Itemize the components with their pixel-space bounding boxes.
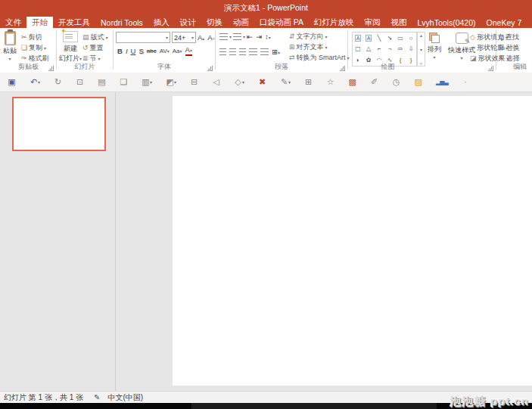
shape-gallery-cell[interactable]: ⇩ xyxy=(406,44,416,55)
strikethrough-button[interactable]: abc xyxy=(147,48,157,54)
toolbar-overflow-button[interactable]: · xyxy=(462,78,470,86)
tell-me-box[interactable]: 告诉我你想要做什么 xyxy=(527,17,532,28)
replace-button[interactable]: ab 替换 xyxy=(499,42,520,53)
pen-button[interactable]: ✎▾ xyxy=(280,78,291,86)
addin-button[interactable]: ▩ xyxy=(348,78,356,86)
bullets-icon[interactable] xyxy=(219,33,228,40)
text-shadow-button[interactable]: S xyxy=(138,47,143,55)
paste-special-button[interactable]: ▥▾ xyxy=(142,78,152,86)
proofing-icon[interactable]: ✎ xyxy=(94,393,100,401)
line-spacing-icon[interactable]: ↕▾ xyxy=(265,33,271,41)
delete-button[interactable]: ✖ xyxy=(258,78,266,86)
distribute-icon[interactable] xyxy=(260,48,269,55)
pen-icon: ✎ xyxy=(280,78,288,86)
save-button[interactable]: ▣ xyxy=(8,78,16,86)
tab-lvyhtools[interactable]: LvyhTools(0420) xyxy=(412,17,481,28)
scroll-up-icon[interactable]: ▴ xyxy=(420,33,422,38)
dialog-launcher-icon[interactable] xyxy=(207,66,213,71)
slide-thumbnail-panel[interactable]: 1 xyxy=(0,92,116,391)
cut-button[interactable]: ✂ 剪切 xyxy=(21,32,49,42)
audio-button[interactable]: ◁ xyxy=(212,78,220,86)
shape-gallery-cell[interactable]: △ xyxy=(363,44,374,55)
shape-gallery-cell[interactable]: ╲ xyxy=(374,33,384,44)
clipboard-group-label: 剪贴板 xyxy=(2,62,55,72)
shape-gallery-cell[interactable]: A xyxy=(363,33,374,44)
slide-canvas[interactable] xyxy=(173,96,532,386)
tab-nordri-tools[interactable]: Nordri Tools xyxy=(95,17,148,28)
slideshow-from-current-button[interactable]: ⊡ xyxy=(76,78,84,86)
print-button[interactable]: ⊟ xyxy=(190,78,198,86)
align-right-icon[interactable] xyxy=(239,48,246,55)
dialog-launcher-icon[interactable] xyxy=(340,66,345,71)
layout-button[interactable]: ▤ 版式 ▾ xyxy=(82,32,108,42)
font-color-button[interactable]: A▾ xyxy=(185,46,192,56)
tab-developer[interactable]: 开发工具 xyxy=(53,17,95,28)
folder-button[interactable]: ▨ xyxy=(414,78,422,86)
numbering-icon[interactable] xyxy=(233,33,241,40)
reset-button[interactable]: ↺ 重置 xyxy=(82,42,108,53)
redo-button[interactable]: ↻ xyxy=(54,78,62,86)
justify-icon[interactable] xyxy=(249,48,257,55)
bold-button[interactable]: B xyxy=(117,47,123,55)
tab-review[interactable]: 审阅 xyxy=(359,17,385,28)
tab-insert[interactable]: 插入 xyxy=(148,17,175,28)
dialog-launcher-icon[interactable] xyxy=(48,66,54,71)
shapes-button[interactable]: ◩▾ xyxy=(166,78,176,86)
underline-button[interactable]: U xyxy=(131,47,136,55)
shape-gallery-cell[interactable]: ➘ xyxy=(384,33,395,44)
tab-onekey[interactable]: OneKey 7 xyxy=(481,17,527,28)
format-painter-icon: ✑ xyxy=(21,54,27,62)
find-button[interactable]: Q 查找 xyxy=(499,32,520,42)
font-name-combobox[interactable]: ▾ xyxy=(116,32,170,43)
pencil-button[interactable]: ✐ xyxy=(370,78,378,86)
speaker-icon: ◁ xyxy=(212,78,220,86)
animation-preview-button[interactable]: ☆ xyxy=(326,78,334,86)
tab-slideshow[interactable]: 幻灯片放映 xyxy=(309,17,359,28)
tab-pocket-animation[interactable]: 口袋动画 PA xyxy=(254,17,309,28)
shape-gallery-cell[interactable]: ▭ xyxy=(395,33,406,44)
scroll-down-icon[interactable]: ▾ xyxy=(420,47,422,52)
new-slide-button[interactable]: ✦ 新建 幻灯片▾ xyxy=(59,31,82,64)
shape-gallery-cell[interactable]: ○ xyxy=(406,33,416,44)
tab-design[interactable]: 设计 xyxy=(175,17,201,28)
columns-icon[interactable]: ⊞▾ xyxy=(272,48,280,56)
grow-font-button[interactable]: A▴ xyxy=(198,33,204,42)
shape-gallery-cell[interactable]: ⌐ xyxy=(374,44,384,55)
copy-button[interactable]: ❏ 复制 ▾ xyxy=(21,42,49,53)
shape-gallery-cell[interactable]: A xyxy=(353,33,363,44)
increase-indent-icon[interactable]: ⇥ xyxy=(256,33,262,41)
shape-gallery-cell[interactable]: ⇨ xyxy=(395,44,406,55)
change-case-button[interactable]: Aa▾ xyxy=(173,48,182,54)
language-indicator[interactable]: 中文(中国) xyxy=(107,392,143,403)
presenter-view-button[interactable]: ▤ xyxy=(98,78,106,86)
chevron-down-icon: ▾ xyxy=(325,34,328,39)
align-center-icon[interactable] xyxy=(229,48,236,55)
character-spacing-button[interactable]: AV▾ xyxy=(160,48,170,54)
picture-button[interactable]: ⊞ xyxy=(304,78,313,86)
chart-button[interactable]: ▂▅▃ xyxy=(436,79,447,85)
arrange-button[interactable]: 排列 ▾ xyxy=(428,33,441,60)
tab-view[interactable]: 视图 xyxy=(385,17,412,28)
dialog-launcher-icon[interactable] xyxy=(488,66,493,71)
shrink-font-button[interactable]: A▿ xyxy=(207,33,214,42)
paste-button[interactable]: 粘贴 ▾ xyxy=(3,31,17,61)
shape-fill-icon: ◇ xyxy=(470,33,475,41)
italic-button[interactable]: I xyxy=(126,47,128,55)
shape-gallery-cell[interactable]: ▢ xyxy=(353,44,363,55)
tab-home[interactable]: 开始 xyxy=(26,17,53,28)
align-text-button[interactable]: ⊞ 对齐文本 ▾ xyxy=(289,42,350,52)
decrease-indent-icon[interactable]: ⇤ xyxy=(247,33,253,41)
text-direction-button[interactable]: ⇵ 文字方向 ▾ xyxy=(289,31,350,42)
duplicate-button[interactable]: ❏ xyxy=(120,78,128,86)
align-left-icon[interactable] xyxy=(219,48,226,55)
slide-1-thumbnail[interactable] xyxy=(12,97,106,151)
tab-transitions[interactable]: 切换 xyxy=(201,17,228,28)
tab-animations[interactable]: 动画 xyxy=(228,17,254,28)
shape-gallery-cell[interactable]: ¬ xyxy=(384,44,395,55)
tab-file[interactable]: 文件 xyxy=(0,17,26,28)
fill-color-button[interactable]: ◇▾ xyxy=(234,78,244,86)
undo-button[interactable]: ↶▾ xyxy=(30,78,40,86)
timer-button[interactable]: ◷ xyxy=(392,78,400,86)
font-size-combobox[interactable]: 24+ ▾ xyxy=(172,32,196,43)
convert-smartart-button[interactable]: ⇄ 转换为 SmartArt ▾ xyxy=(289,52,350,63)
